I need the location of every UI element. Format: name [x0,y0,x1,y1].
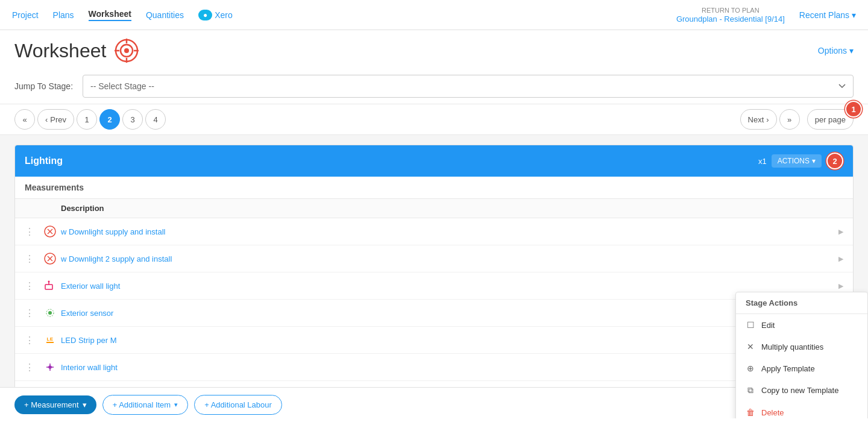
svg-point-16 [48,311,52,315]
target-icon [113,37,140,64]
first-page-button[interactable]: « [14,109,35,130]
row-value: ▶ [838,255,843,263]
delete-label: Delete [761,408,784,417]
row-value: ▶ [838,228,843,236]
return-to-plan-name: Groundplan - Residential [9/14] [676,14,785,24]
row-expand-chevron[interactable]: ▶ [838,282,843,290]
options-button[interactable]: Options [818,46,854,55]
page-4-button[interactable]: 4 [145,109,166,130]
stage-multiplier: x1 [758,157,767,166]
page-1-button[interactable]: 1 [77,109,97,130]
stage-title: Lighting [25,156,63,166]
add-additional-labour-button[interactable]: + Additional Labour [194,395,282,415]
drag-handle[interactable]: ⋮ [25,307,43,319]
nav-quantities[interactable]: Quantities [146,10,184,20]
multiply-icon: ✕ [746,342,755,351]
prev-page-button[interactable]: ‹ Prev [37,109,74,130]
apply-template-icon: ⊕ [746,364,755,373]
row-expand-chevron[interactable]: ▶ [838,255,843,263]
edit-icon: ☐ [746,320,755,330]
table-row: ⋮ Exterior sensor ▶ [15,300,853,327]
row-name[interactable]: w Downlight supply and install [61,227,838,236]
copy-icon: ⧉ [746,385,755,395]
actions-button[interactable]: ACTIONS ▾ [772,154,822,168]
annotation-1: 1 [845,101,862,118]
page-2-button[interactable]: 2 [99,109,120,130]
jump-stage-label: Jump To Stage: [14,81,73,91]
drag-handle[interactable]: ⋮ [25,280,43,292]
drag-handle[interactable]: ⋮ [25,362,43,373]
apply-template-label: Apply Template [761,364,815,373]
edit-label: Edit [761,321,775,330]
row-icon-exterior-wall [43,279,57,293]
stage-table: Lighting x1 ACTIONS ▾ 2 Measurements Des… [14,145,854,409]
svg-point-15 [48,281,50,283]
context-menu-apply-template[interactable]: ⊕ Apply Template [736,357,867,379]
table-column-headers: Description [15,199,853,218]
nav-xero[interactable]: Xero [215,10,233,20]
context-menu-multiply[interactable]: ✕ Multiply quantities [736,336,867,357]
additional-item-label: + Additional Item [113,400,171,409]
add-additional-item-button[interactable]: + Additional Item ▾ [102,395,188,415]
table-row: ⋮ w Downlight supply and install ▶ [15,218,853,245]
row-name[interactable]: Exterior sensor [61,309,838,318]
jump-to-stage-bar: Jump To Stage: -- Select Stage -- [0,69,868,104]
measurements-header: Measurements [15,177,853,199]
drag-handle[interactable]: ⋮ [25,253,43,265]
page-3-button[interactable]: 3 [122,109,143,130]
delete-icon: 🗑 [746,408,755,417]
table-row: ⋮ w Downlight 2 supply and install ▶ [15,245,853,272]
context-menu: Stage Actions ☐ Edit ✕ Multiply quantiti… [735,292,868,418]
row-name[interactable]: LED Strip per M [61,336,807,345]
svg-rect-13 [45,285,52,289]
stage-header: Lighting x1 ACTIONS ▾ 2 [15,145,853,177]
page-title-row: Worksheet [14,37,140,64]
svg-point-2 [124,48,129,53]
context-menu-delete[interactable]: 🗑 Delete [736,402,867,418]
page-header: Worksheet Options [0,30,868,69]
row-expand-chevron[interactable]: ▶ [838,228,843,236]
drag-handle[interactable]: ⋮ [25,335,43,346]
add-measurement-button[interactable]: + Measurement ▾ [14,395,96,414]
return-to-plan-label: RETURN TO PLAN [676,7,785,14]
table-row: ⋮ LE LED Strip per M 10.08 m ▶ [15,327,853,354]
description-header: Description [61,204,843,213]
jump-stage-select[interactable]: -- Select Stage -- [83,75,854,98]
row-icon-cross-circle [43,224,57,239]
page-title: Worksheet [14,40,106,62]
next-page-button[interactable]: Next › [740,109,777,130]
return-to-plan[interactable]: RETURN TO PLAN Groundplan - Residential … [676,7,785,24]
row-value: ▶ [838,282,843,290]
context-menu-edit[interactable]: ☐ Edit [736,314,867,336]
row-icon-cross-circle-2 [43,251,57,266]
pagination-bar: « ‹ Prev 1 2 3 4 Next › » per page 1 [0,104,868,135]
add-measurement-label: + Measurement [24,400,79,409]
nav-plans[interactable]: Plans [53,10,74,20]
row-icon-led-strip: LE [43,333,57,347]
recent-plans-button[interactable]: Recent Plans [799,10,856,20]
multiply-label: Multiply quantities [761,342,823,351]
stage-header-right: x1 ACTIONS ▾ 2 [758,153,843,169]
context-menu-title: Stage Actions [736,292,867,314]
measurement-dropdown-arrow: ▾ [83,400,87,409]
table-row: ⋮ Interior wall light 0 EA ▶ [15,354,853,381]
table-row: ⋮ Exterior wall light ▶ [15,272,853,300]
additional-labour-label: + Additional Labour [204,400,272,409]
nav-worksheet[interactable]: Worksheet [89,9,131,21]
content-area: Lighting x1 ACTIONS ▾ 2 Measurements Des… [0,135,868,418]
row-name[interactable]: w Downlight 2 supply and install [61,254,838,263]
row-icon-sensor [43,306,57,320]
copy-template-label: Copy to new Template [761,386,838,395]
annotation-2: 2 [826,153,843,169]
row-name[interactable]: Exterior wall light [61,282,838,291]
row-name[interactable]: Interior wall light [61,363,818,372]
nav-project[interactable]: Project [12,10,39,20]
drag-handle[interactable]: ⋮ [25,226,43,238]
additional-item-dropdown-arrow: ▾ [174,401,178,409]
row-icon-interior-wall [43,360,57,374]
xero-badge: ● [198,10,212,20]
context-menu-copy-template[interactable]: ⧉ Copy to new Template [736,379,867,402]
top-navigation: Project Plans Worksheet Quantities ● Xer… [0,0,868,30]
last-page-button[interactable]: » [779,109,800,130]
